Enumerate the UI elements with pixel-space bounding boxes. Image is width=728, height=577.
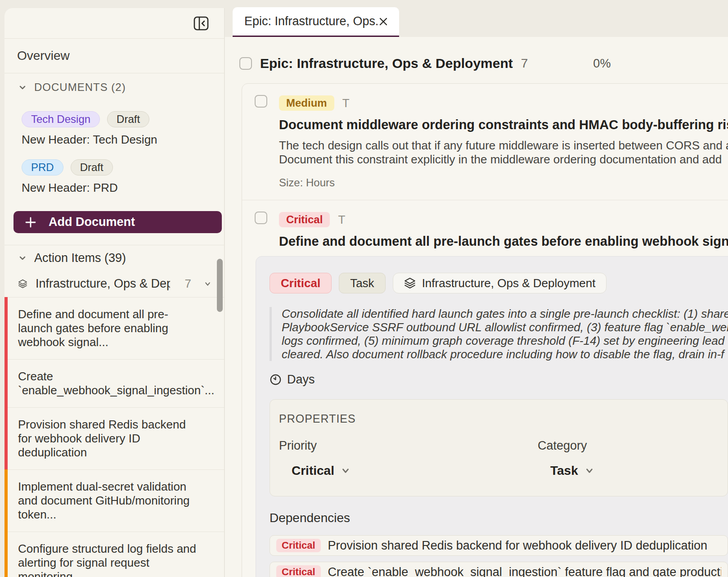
category-field-label: Category	[538, 439, 719, 453]
action-items-header-label: Action Items (39)	[34, 251, 126, 265]
properties-box: PROPERTIES Priority Category Critical Ta…	[270, 399, 728, 496]
action-item-label: Define and document all pre-launch gates…	[18, 307, 168, 349]
priority-accent-bar	[4, 359, 8, 407]
task-title: Document middleware ordering constraints…	[279, 117, 728, 132]
category-pill[interactable]: Task	[339, 273, 385, 293]
doc-title: New Header: Tech Design	[22, 133, 211, 147]
sidebar: Overview DOCUMENTS (2) Tech Design Draft…	[4, 8, 225, 577]
task-checkbox[interactable]	[255, 95, 267, 108]
task-row-middleware[interactable]: Medium T Document middleware ordering co…	[242, 84, 728, 200]
group-pill-label: Infrastructure, Ops & Deployment	[422, 276, 596, 290]
app-root: Overview DOCUMENTS (2) Tech Design Draft…	[0, 0, 728, 577]
collapse-sidebar-button[interactable]	[193, 15, 210, 32]
chevron-down-icon	[18, 83, 27, 92]
doc-status-badge: Draft	[107, 111, 149, 127]
layers-icon	[18, 278, 27, 290]
priority-badge: Critical	[279, 212, 330, 227]
priority-dropdown[interactable]: Critical	[279, 464, 538, 478]
document-item-prd[interactable]: PRD Draft New Header: PRD	[4, 149, 224, 198]
chevron-down-icon	[204, 279, 211, 289]
task-checkbox[interactable]	[255, 212, 267, 224]
action-item[interactable]: Define and document all pre-launch gates…	[4, 297, 224, 359]
epic-title: Epic: Infrastructure, Ops & Deployment	[260, 56, 513, 71]
group-count: 7	[184, 277, 191, 291]
properties-header: PROPERTIES	[279, 412, 719, 425]
tab-epic-infrastructure[interactable]: Epic: Infrastructure, Ops...	[233, 7, 399, 37]
doc-type-badge: PRD	[22, 159, 63, 176]
action-item[interactable]: Implement dual-secret validation and doc…	[4, 469, 224, 532]
epic-task-count: 7	[521, 56, 528, 71]
plus-icon	[24, 216, 37, 229]
task-type-letter: T	[338, 213, 345, 227]
task-type-letter: T	[342, 96, 350, 110]
dependencies-header: Dependencies	[270, 511, 728, 525]
dependency-item[interactable]: Critical Create `enable_webhook_signal_i…	[270, 562, 728, 577]
documents-header-label: DOCUMENTS (2)	[34, 81, 126, 94]
overview-label: Overview	[17, 49, 70, 63]
group-label: Infrastructure, Ops & Deploym...	[36, 277, 170, 291]
action-item-label: Provision shared Redis backend for webho…	[18, 418, 186, 459]
task-row-prelaunch-gates[interactable]: Critical T Define and document all pre-l…	[242, 200, 728, 249]
sidebar-item-overview[interactable]: Overview	[4, 39, 224, 73]
task-detail-panel: Critical Task Infrastructure, Ops & Depl…	[256, 256, 728, 577]
tab-title: Epic: Infrastructure, Ops...	[244, 14, 377, 28]
action-item[interactable]: Provision shared Redis backend for webho…	[4, 407, 224, 469]
action-item-label: Configure structured log fields and aler…	[18, 542, 196, 577]
category-dropdown[interactable]: Task	[538, 464, 719, 478]
task-size-label: Size: Hours	[279, 176, 728, 189]
priority-field-label: Priority	[279, 439, 538, 453]
chevron-down-icon	[584, 466, 594, 476]
action-items-section-header[interactable]: Action Items (39)	[4, 245, 224, 270]
group-pill[interactable]: Infrastructure, Ops & Deployment	[393, 273, 607, 293]
detail-badges-row: Critical Task Infrastructure, Ops & Depl…	[270, 273, 728, 293]
dependency-priority-badge: Critical	[276, 565, 321, 577]
priority-accent-bar	[4, 407, 8, 469]
task-card-container: Medium T Document middleware ordering co…	[242, 83, 728, 577]
chevron-down-icon	[18, 253, 27, 262]
close-icon[interactable]	[377, 16, 389, 27]
documents-section-header[interactable]: DOCUMENTS (2)	[4, 73, 224, 101]
main-content: Epic: Infrastructure, Ops & Deployment 7…	[225, 37, 728, 577]
epic-progress: 0%	[593, 57, 611, 71]
epic-header: Epic: Infrastructure, Ops & Deployment 7…	[239, 56, 728, 71]
action-items-group-row[interactable]: Infrastructure, Ops & Deploym... 7	[4, 270, 224, 297]
task-description: The tech design calls out that if any fu…	[279, 139, 728, 167]
priority-pill[interactable]: Critical	[270, 273, 332, 293]
dependency-item[interactable]: Critical Provision shared Redis backend …	[270, 535, 728, 556]
action-item[interactable]: Create `enable_webhook_signal_ingestion`…	[4, 359, 224, 407]
duration-row: Days	[270, 373, 728, 387]
priority-badge: Medium	[279, 95, 334, 111]
epic-checkbox[interactable]	[239, 57, 252, 70]
task-description-quote: Consolidate all identified hard launch g…	[270, 307, 728, 361]
add-document-label: Add Document	[49, 215, 135, 229]
dependency-priority-badge: Critical	[276, 539, 321, 552]
tab-strip: Epic: Infrastructure, Ops...	[225, 0, 728, 37]
doc-title: New Header: PRD	[22, 181, 211, 195]
document-item-tech-design[interactable]: Tech Design Draft New Header: Tech Desig…	[4, 101, 224, 149]
task-title: Define and document all pre-launch gates…	[279, 234, 728, 249]
chevron-down-icon	[341, 466, 351, 476]
layers-icon	[404, 277, 416, 289]
dependency-label: Provision shared Redis backend for webho…	[328, 539, 707, 553]
action-item[interactable]: Configure structured log fields and aler…	[4, 532, 224, 577]
priority-accent-bar	[4, 297, 8, 359]
action-item-label: Implement dual-secret validation and doc…	[18, 480, 190, 521]
clock-icon	[270, 374, 282, 386]
doc-type-badge: Tech Design	[22, 111, 100, 127]
sidebar-scrollbar-thumb[interactable]	[217, 259, 223, 312]
main-pane: Epic: Infrastructure, Ops... Epic: Infra…	[225, 0, 728, 577]
action-items-list: Define and document all pre-launch gates…	[4, 297, 224, 577]
priority-accent-bar	[4, 469, 8, 532]
doc-status-badge: Draft	[71, 159, 113, 176]
priority-accent-bar	[4, 532, 8, 577]
sidebar-header	[4, 8, 224, 38]
add-document-button[interactable]: Add Document	[13, 211, 222, 233]
collapse-sidebar-icon	[193, 15, 210, 32]
duration-label: Days	[287, 373, 315, 387]
dependency-label: Create `enable_webhook_signal_ingestion`…	[328, 565, 721, 577]
action-item-label: Create `enable_webhook_signal_ingestion`…	[18, 370, 215, 397]
